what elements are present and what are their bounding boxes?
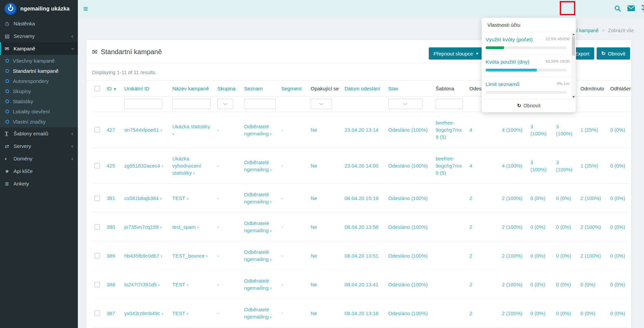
scroll-down-icon[interactable]: [571, 95, 576, 99]
column-header-sent_date[interactable]: Datum odeslání: [342, 81, 385, 97]
row-checkbox[interactable]: [94, 127, 100, 133]
globe-icon: ◐: [5, 156, 14, 161]
row-checkbox[interactable]: [94, 310, 100, 316]
filter-input-name[interactable]: [172, 99, 211, 109]
column-header-group[interactable]: Skupina: [215, 81, 241, 97]
account-properties-icon[interactable]: [642, 5, 644, 13]
sidebar-subitem[interactable]: Statistiky: [0, 96, 78, 106]
sidebar-subitem[interactable]: Lokality otevření: [0, 106, 78, 116]
account-panel-title: Vlastnosti účtu: [482, 18, 576, 32]
unsubscribed-value: 0 (0%): [610, 195, 625, 201]
column-header-name[interactable]: Název kampaně: [170, 81, 215, 97]
sidebar-item-seznamy[interactable]: ▤Seznamy‹: [0, 30, 78, 42]
circle-icon: [5, 110, 9, 113]
unsubscribed-value: 0 (0%): [610, 127, 625, 133]
unique_id-link[interactable]: on7544xlpoe61 ›: [124, 127, 162, 133]
column-header-unique_id[interactable]: Unikátní ID: [121, 81, 170, 97]
refresh-button[interactable]: ↻Obnovit: [597, 47, 630, 60]
unique_id-link[interactable]: lo247t7r391d5 ›: [124, 282, 160, 287]
sidebar-item-domeny[interactable]: ◐Domény‹: [0, 152, 78, 165]
list-link[interactable]: Odběratelé ngemailing ›: [244, 249, 272, 262]
filter-input-template[interactable]: [436, 99, 463, 109]
scrollbar[interactable]: [571, 32, 576, 99]
unique_id-link[interactable]: jo735vn7cq159 ›: [124, 224, 162, 230]
column-header-status[interactable]: Stav: [385, 81, 433, 97]
campaign-row: 388lo247t7r391d5 ›TEST ›-Odběratelé ngem…: [92, 270, 631, 299]
sidebar-item-sablony-emailu[interactable]: TŠablony emailů‹: [0, 127, 78, 140]
sidebar-item-servery[interactable]: ⇄Servery‹: [0, 140, 78, 152]
quota-label[interactable]: Kvóta použití (dny): [486, 59, 529, 65]
list-link[interactable]: Odběratelé ngemailing ›: [244, 124, 272, 136]
sidebar-item-nastenka[interactable]: ◷Nástěnka: [0, 17, 78, 30]
list-link[interactable]: Odběratelé ngemailing ›: [244, 278, 272, 291]
segment-value: -: [281, 163, 283, 169]
circle-icon: [5, 59, 9, 63]
opened-value: 3 (100%): [530, 159, 547, 172]
name-link[interactable]: TEST ›: [172, 195, 188, 201]
quota-value: 63.33% 19/30: [546, 59, 570, 63]
column-header-segment[interactable]: Segment: [279, 81, 308, 97]
id-value: 388: [107, 282, 115, 287]
sent_date-value: 08.04.20 13:58: [345, 224, 378, 230]
sidebar-subitem[interactable]: Autorespondery: [0, 76, 78, 86]
row-checkbox[interactable]: [94, 163, 100, 169]
list-link[interactable]: Odběratelé ngemailing ›: [244, 159, 272, 172]
scroll-up-icon[interactable]: [571, 32, 576, 36]
list-link[interactable]: Odběratelé ngemailing ›: [244, 307, 272, 320]
brand-name: ngemailing ukázka: [20, 6, 70, 12]
quota-value: 22.5% 45/200: [546, 37, 570, 41]
list-link[interactable]: Odběratelé ngemailing ›: [244, 220, 272, 233]
filter-input-list[interactable]: [244, 99, 276, 109]
clicked-value: 3 (100%): [556, 124, 572, 136]
column-header-id[interactable]: ID▼: [104, 81, 121, 97]
sidebar-subitem[interactable]: Vlastní značky: [0, 116, 78, 127]
name-link[interactable]: test_spam ›: [172, 224, 199, 230]
list-link[interactable]: Odběratelé ngemailing ›: [244, 192, 272, 204]
circle-icon: [5, 69, 9, 73]
column-header-list[interactable]: Seznam: [241, 81, 279, 97]
row-checkbox[interactable]: [94, 224, 100, 230]
name-link[interactable]: TEST ›: [172, 282, 188, 287]
chevron-down-icon: [319, 101, 324, 105]
search-icon[interactable]: [614, 5, 621, 13]
row-checkbox[interactable]: [94, 282, 100, 287]
select-all-checkbox[interactable]: [94, 86, 100, 91]
account-panel-refresh[interactable]: ↻Obnovit: [482, 99, 576, 112]
quota-value: 0% 1/∞: [557, 82, 570, 86]
filter-select-repeating[interactable]: [311, 99, 332, 109]
filter-input-unique_id[interactable]: [124, 99, 162, 109]
sidebar-toggle-icon[interactable]: ≡: [83, 4, 88, 14]
group-value: -: [217, 253, 219, 259]
sidebar-subitem[interactable]: Všechny kampaně: [0, 56, 78, 66]
unique_id-link[interactable]: cs581b8ajb384 ›: [124, 195, 162, 201]
campaign-row: 390jo735vn7cq159 ›test_spam ›-Odběratelé…: [92, 213, 631, 241]
name-link[interactable]: Ukázka statistiky ›: [172, 124, 210, 136]
sidebar-subitem-label: Vlastní značky: [13, 119, 46, 125]
row-checkbox[interactable]: [94, 195, 100, 201]
filter-select-status[interactable]: [388, 99, 423, 109]
messages-icon[interactable]: [627, 5, 635, 13]
name-link[interactable]: Ukázka vyhodnocení statistiky ›: [172, 156, 201, 176]
scrollbar-thumb[interactable]: [572, 37, 575, 56]
quota-label[interactable]: Využití kvóty (počet): [486, 37, 533, 43]
template-link[interactable]: beefree-9ogchg7mx9 (5): [436, 156, 462, 176]
sidebar-item-api-klice[interactable]: ★Api klíče: [0, 165, 78, 177]
template-link[interactable]: beefree-9ogchg7mx9 (5): [436, 120, 462, 140]
filter-select-group[interactable]: [217, 99, 233, 109]
unique_id-link[interactable]: zg951832acec4 ›: [124, 163, 163, 169]
unique_id-link[interactable]: yx043rz8mb49c ›: [124, 310, 163, 316]
name-link[interactable]: TEST_bounce ›: [172, 253, 208, 259]
unique_id-link[interactable]: hb435fb9c0db7 ›: [124, 253, 162, 259]
sidebar-subitem[interactable]: Skupiny: [0, 86, 78, 96]
sidebar-item-kampane[interactable]: ✉Kampaně‹: [0, 42, 78, 55]
sidebar-item-label: Nástěnka: [14, 21, 35, 26]
quota-label[interactable]: Limit seznamů: [486, 81, 519, 87]
name-link[interactable]: TEST ›: [172, 310, 188, 316]
sidebar-subitem[interactable]: Standartní kampaně: [0, 66, 78, 76]
row-checkbox[interactable]: [94, 253, 100, 259]
sent-value: 2: [469, 310, 472, 316]
sidebar-item-ankety[interactable]: ≣Ankety: [0, 177, 78, 190]
toggle-columns-button[interactable]: Přepnout sloupce▼: [429, 47, 484, 60]
progress-track: [486, 91, 567, 94]
column-header-template: Šablona: [433, 81, 467, 97]
